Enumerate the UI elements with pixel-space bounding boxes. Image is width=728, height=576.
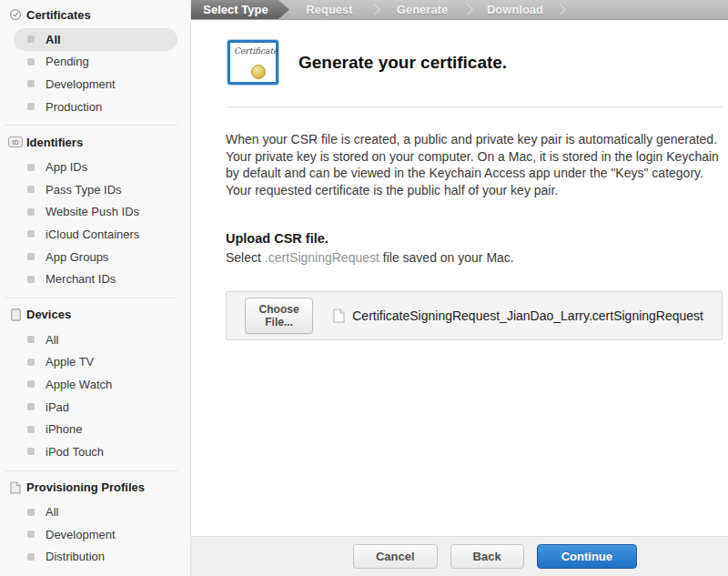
sidebar-section-label: Certificates [26, 8, 91, 22]
bullet-icon [27, 531, 35, 538]
file-upload-panel: Choose File... CertificateSigningRequest… [226, 291, 723, 340]
page-header: Certificate Generate your certificate. [226, 40, 723, 85]
hint-suffix: file saved on your Mac. [379, 250, 514, 265]
sidebar-item-label: Development [46, 77, 116, 91]
developer-portal-page: Certificates All Pending Development Pro… [0, 0, 728, 576]
section-divider [226, 106, 723, 107]
sidebar-item-devices-all[interactable]: All [14, 328, 177, 351]
sidebar-item-label: All [46, 33, 61, 46]
bullet-icon [27, 186, 35, 193]
sidebar-item-merchant-ids[interactable]: Merchant IDs [14, 268, 177, 290]
selected-file-row: CertificateSigningRequest_JianDao_Larry.… [333, 308, 703, 323]
sidebar-divider [5, 125, 177, 126]
sidebar-item-label: Production [46, 100, 102, 114]
document-icon [7, 481, 24, 494]
bullet-icon [27, 403, 35, 410]
sidebar-item-label: Pending [46, 55, 89, 68]
sidebar-item-label: All [46, 505, 58, 519]
step-request: Request [289, 0, 369, 19]
gold-seal-icon [251, 65, 266, 79]
cancel-button[interactable]: Cancel [353, 544, 438, 569]
wizard-stepper: Select Type Request Generate Download [191, 0, 728, 20]
sidebar-item-certificates-production[interactable]: Production [14, 96, 177, 118]
upload-csr-heading: Upload CSR file. [226, 231, 723, 246]
hint-filetype: .certSigningRequest [265, 250, 379, 265]
sidebar-section-devices[interactable]: Devices [7, 306, 190, 324]
certificate-icon: Certificate [228, 40, 278, 85]
upload-csr-hint: Select .certSigningRequest file saved on… [226, 250, 723, 265]
sidebar-item-label: Merchant IDs [46, 272, 116, 286]
chevron-right-icon [555, 0, 568, 19]
sidebar-section-label: Identifiers [26, 136, 83, 149]
step-select-type: Select Type [191, 0, 289, 19]
bullet-icon [27, 553, 35, 561]
sidebar-item-label: iPhone [46, 422, 82, 436]
bullet-icon [27, 58, 35, 66]
sidebar-item-label: iPod Touch [46, 445, 104, 459]
sidebar-item-label: Distribution [46, 550, 105, 563]
bullet-icon [27, 35, 35, 43]
sidebar-item-label: All [46, 333, 58, 347]
back-button[interactable]: Back [450, 544, 524, 569]
sidebar-item-apple-watch[interactable]: Apple Watch [14, 373, 177, 396]
sidebar-item-label: Website Push IDs [46, 205, 139, 218]
hint-prefix: Select [226, 250, 265, 265]
page-title: Generate your certificate. [298, 53, 507, 73]
sidebar-item-app-ids[interactable]: App IDs [14, 156, 177, 178]
step-download: Download [475, 0, 555, 19]
bullet-icon [27, 164, 35, 171]
choose-file-button[interactable]: Choose File... [245, 298, 313, 334]
selected-filename: CertificateSigningRequest_JianDao_Larry.… [352, 308, 703, 323]
sidebar-section-certificates[interactable]: Certificates [7, 5, 190, 24]
sidebar-item-pass-type-ids[interactable]: Pass Type IDs [14, 178, 177, 201]
id-badge-icon: ID [7, 136, 24, 147]
footer-bar: Cancel Back Continue [191, 536, 728, 576]
file-icon [333, 308, 345, 323]
bullet-icon [27, 426, 35, 433]
sidebar-item-label: Apple Watch [46, 378, 112, 391]
bullet-icon [27, 448, 35, 455]
device-icon [7, 308, 24, 321]
sidebar-section-label: Provisioning Profiles [26, 480, 145, 494]
sidebar-item-label: iCloud Containers [46, 227, 139, 241]
sidebar-item-icloud-containers[interactable]: iCloud Containers [14, 223, 177, 246]
bullet-icon [27, 509, 35, 516]
bullet-icon [27, 276, 35, 283]
sidebar-item-iphone[interactable]: iPhone [14, 418, 177, 440]
sidebar-item-app-groups[interactable]: App Groups [14, 246, 177, 268]
sidebar-item-profiles-development[interactable]: Development [14, 523, 177, 546]
main-area: Select Type Request Generate Download Ce… [191, 0, 728, 576]
bullet-icon [27, 253, 35, 260]
sidebar-item-website-push-ids[interactable]: Website Push IDs [14, 201, 177, 224]
content-area: Certificate Generate your certificate. W… [191, 20, 728, 536]
bullet-icon [27, 380, 35, 388]
sidebar-item-profiles-all[interactable]: All [14, 501, 177, 524]
sidebar-item-label: Development [46, 528, 116, 541]
chevron-right-icon [462, 0, 475, 19]
sidebar-item-certificates-development[interactable]: Development [14, 73, 177, 96]
sidebar-item-certificates-all[interactable]: All [14, 28, 177, 51]
continue-button[interactable]: Continue [537, 544, 637, 569]
chevron-right-icon [369, 0, 382, 19]
bullet-icon [27, 208, 35, 216]
sidebar-section-identifiers[interactable]: ID Identifiers [7, 133, 190, 151]
bullet-icon [27, 230, 35, 237]
bullet-icon [27, 103, 35, 110]
sidebar-item-label: Apple TV [46, 355, 94, 369]
bullet-icon [27, 80, 35, 87]
certificate-seal-icon [7, 8, 24, 21]
intro-paragraph: When your CSR file is created, a public … [226, 131, 723, 198]
sidebar-item-ipad[interactable]: iPad [14, 396, 177, 419]
sidebar-section-provisioning-profiles[interactable]: Provisioning Profiles [7, 479, 190, 497]
sidebar-item-profiles-distribution[interactable]: Distribution [14, 546, 177, 569]
sidebar-item-apple-tv[interactable]: Apple TV [14, 351, 177, 374]
sidebar-item-label: App IDs [46, 160, 87, 174]
certificate-icon-text: Certificate [234, 46, 278, 56]
sidebar-item-label: App Groups [46, 250, 108, 264]
bullet-icon [27, 359, 35, 366]
bullet-icon [27, 336, 35, 343]
sidebar-item-ipod-touch[interactable]: iPod Touch [14, 440, 177, 463]
sidebar-item-certificates-pending[interactable]: Pending [14, 51, 177, 74]
sidebar-item-label: iPad [46, 400, 69, 414]
sidebar-divider [5, 470, 177, 471]
